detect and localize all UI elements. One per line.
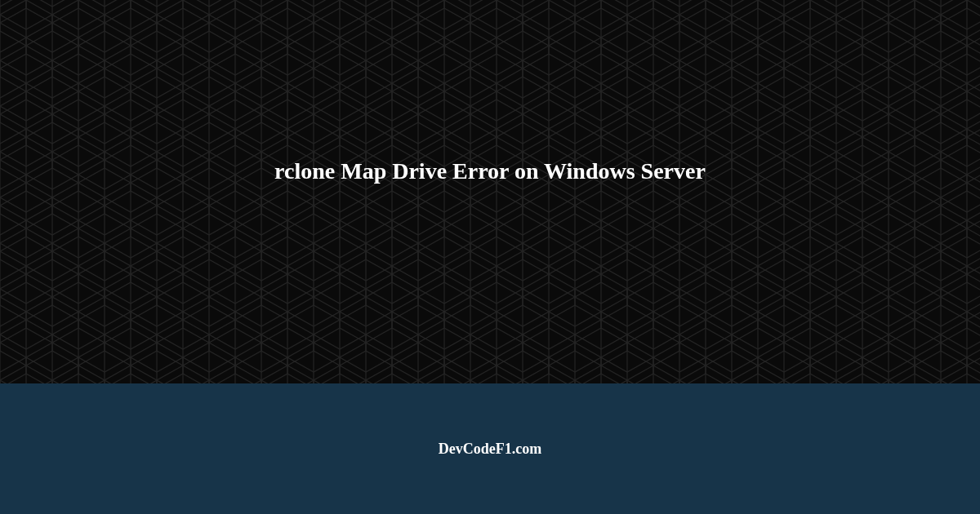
svg-rect-1 xyxy=(0,0,980,383)
site-name: DevCodeF1.com xyxy=(439,441,541,458)
cube-pattern-background xyxy=(0,0,980,383)
page-container: rclone Map Drive Error on Windows Server… xyxy=(0,0,980,514)
page-title: rclone Map Drive Error on Windows Server xyxy=(242,158,738,184)
footer-section: DevCodeF1.com xyxy=(0,383,980,514)
hero-section: rclone Map Drive Error on Windows Server xyxy=(0,0,980,383)
